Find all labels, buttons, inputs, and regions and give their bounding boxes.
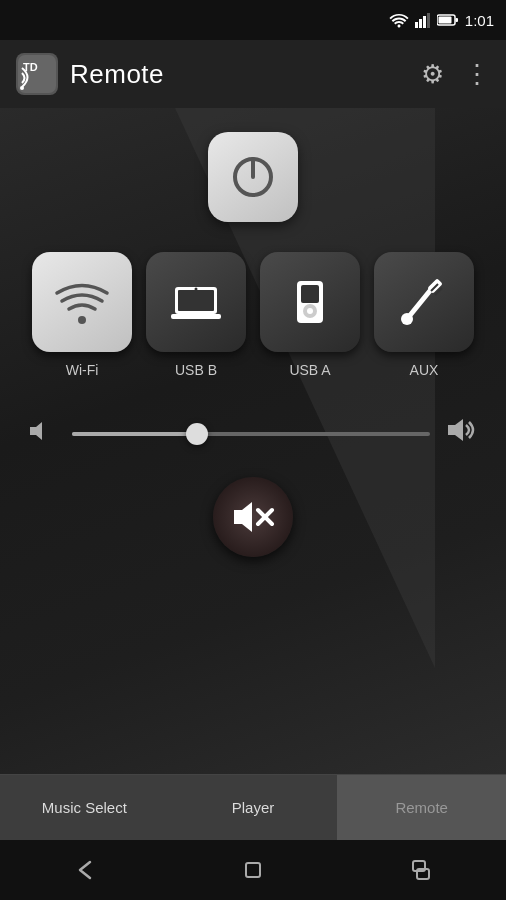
ipod-icon bbox=[281, 273, 339, 331]
nav-recent-button[interactable] bbox=[397, 850, 447, 890]
source-grid: Wi-Fi USB B bbox=[16, 252, 490, 378]
svg-rect-6 bbox=[455, 18, 458, 22]
bottom-tabs: Music Select Player Remote bbox=[0, 774, 506, 840]
tab-music-select[interactable]: Music Select bbox=[0, 775, 169, 840]
nav-back-button[interactable] bbox=[59, 850, 109, 890]
nav-bar bbox=[0, 840, 506, 900]
svg-rect-15 bbox=[171, 314, 221, 319]
usb-b-source-button[interactable] bbox=[146, 252, 246, 352]
mute-icon bbox=[230, 494, 276, 540]
tab-remote-label: Remote bbox=[395, 799, 448, 816]
svg-rect-31 bbox=[246, 863, 260, 877]
volume-low-icon bbox=[28, 418, 56, 450]
tab-player[interactable]: Player bbox=[169, 775, 338, 840]
power-button[interactable] bbox=[208, 132, 298, 222]
svg-marker-28 bbox=[234, 502, 252, 532]
svg-marker-27 bbox=[448, 419, 463, 441]
source-item-aux: AUX bbox=[374, 252, 474, 378]
power-button-wrap bbox=[208, 132, 298, 222]
vol-low-icon-svg bbox=[28, 418, 54, 444]
signal-icon bbox=[415, 12, 431, 28]
main-content: Wi-Fi USB B bbox=[0, 108, 506, 774]
svg-rect-5 bbox=[438, 17, 451, 24]
app-title: Remote bbox=[70, 59, 164, 90]
mute-button[interactable] bbox=[213, 477, 293, 557]
usb-b-source-label: USB B bbox=[175, 362, 217, 378]
source-item-wifi: Wi-Fi bbox=[32, 252, 132, 378]
volume-slider-thumb[interactable] bbox=[186, 423, 208, 445]
app-logo: TD bbox=[16, 53, 58, 95]
svg-point-22 bbox=[401, 313, 413, 325]
power-icon bbox=[227, 151, 279, 203]
more-options-icon[interactable]: ⋮ bbox=[464, 59, 490, 90]
wifi-source-label: Wi-Fi bbox=[66, 362, 99, 378]
svg-rect-1 bbox=[419, 19, 422, 28]
volume-slider-track[interactable] bbox=[72, 432, 430, 436]
back-icon bbox=[70, 856, 98, 884]
svg-rect-3 bbox=[427, 13, 430, 28]
svg-point-20 bbox=[307, 308, 313, 314]
aux-source-label: AUX bbox=[410, 362, 439, 378]
svg-rect-14 bbox=[178, 290, 214, 311]
settings-icon[interactable]: ⚙ bbox=[421, 59, 444, 90]
battery-icon bbox=[437, 13, 459, 27]
svg-line-21 bbox=[407, 287, 433, 319]
app-bar: TD Remote ⚙ ⋮ bbox=[0, 40, 506, 108]
volume-slider-fill bbox=[72, 432, 197, 436]
usb-a-source-label: USB A bbox=[289, 362, 330, 378]
status-icons: 1:01 bbox=[389, 12, 494, 29]
wifi-icon bbox=[53, 273, 111, 331]
volume-high-icon bbox=[446, 414, 478, 453]
nav-home-button[interactable] bbox=[228, 850, 278, 890]
wifi-source-button[interactable] bbox=[32, 252, 132, 352]
svg-rect-2 bbox=[423, 16, 426, 28]
tab-remote[interactable]: Remote bbox=[337, 775, 506, 840]
tab-music-select-label: Music Select bbox=[42, 799, 127, 816]
usb-a-source-button[interactable] bbox=[260, 252, 360, 352]
home-icon bbox=[239, 856, 267, 884]
aux-source-button[interactable] bbox=[374, 252, 474, 352]
recent-icon bbox=[408, 856, 436, 884]
tab-player-label: Player bbox=[232, 799, 275, 816]
mute-button-wrap bbox=[213, 477, 293, 557]
logo-icon: TD bbox=[18, 55, 56, 93]
app-bar-right: ⚙ ⋮ bbox=[421, 59, 490, 90]
source-item-usb-b: USB B bbox=[146, 252, 246, 378]
svg-point-12 bbox=[78, 316, 86, 324]
status-time: 1:01 bbox=[465, 12, 494, 29]
aux-icon bbox=[395, 273, 453, 331]
laptop-icon bbox=[167, 273, 225, 331]
svg-point-16 bbox=[195, 288, 198, 291]
wifi-status-icon bbox=[389, 12, 409, 28]
svg-rect-18 bbox=[301, 285, 319, 303]
svg-rect-0 bbox=[415, 22, 418, 28]
source-item-usb-a: USB A bbox=[260, 252, 360, 378]
app-bar-left: TD Remote bbox=[16, 53, 164, 95]
volume-row bbox=[0, 414, 506, 453]
vol-high-icon-svg bbox=[446, 414, 478, 446]
svg-point-9 bbox=[20, 86, 24, 90]
status-bar: 1:01 bbox=[0, 0, 506, 40]
svg-marker-26 bbox=[30, 422, 42, 440]
